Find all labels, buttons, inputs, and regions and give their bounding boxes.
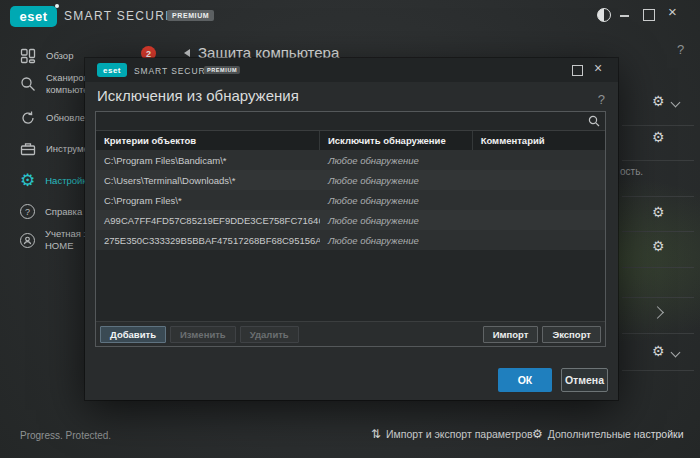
row-divider	[622, 333, 694, 334]
table-row[interactable]: C:\Users\Terminal\Downloads\* Любое обна…	[96, 170, 605, 190]
import-export-label: Импорт и экспорт параметров	[386, 428, 533, 440]
page-help-icon[interactable]: ?	[677, 42, 684, 57]
advanced-gear-icon: ⚙	[532, 428, 543, 440]
dialog-help-icon[interactable]: ?	[598, 92, 605, 107]
theme-toggle-icon[interactable]	[597, 8, 611, 22]
search-icon	[588, 115, 600, 127]
app-window: eset SMART SECURITY PREMIUM × Обзор Скан…	[0, 0, 700, 458]
exclusion-cell: Любое обнаружение	[320, 235, 473, 246]
status-text: Progress. Protected.	[20, 430, 111, 441]
sidebar-item-label: Обзор	[46, 50, 73, 62]
eset-logo: eset	[10, 6, 57, 27]
table-body: C:\Program Files\Bandicam\* Любое обнару…	[96, 150, 605, 250]
chevron-down-icon[interactable]	[671, 348, 681, 358]
dialog-close-button[interactable]: ×	[594, 60, 602, 76]
help-circle-icon: ?	[20, 204, 35, 219]
module-gear-icon[interactable]: ⚙	[652, 130, 665, 144]
exclusion-cell: Любое обнаружение	[320, 215, 473, 226]
column-header-criteria[interactable]: Критерии объектов	[96, 131, 320, 150]
chevron-right-icon[interactable]	[651, 306, 664, 319]
column-header-exclusion[interactable]: Исключить обнаружение	[320, 131, 473, 150]
premium-badge: PREMIUM	[167, 10, 214, 21]
table-row[interactable]: 275E350C333329B5BBAF47517268BF68C95156A6…	[96, 230, 605, 250]
column-header-comment[interactable]: Комментарий	[473, 131, 605, 150]
exclusions-dialog: eset SMART SECURITY PREMIUM × Исключения…	[85, 58, 618, 400]
row-divider	[622, 297, 694, 298]
module-gear-icon[interactable]: ⚙	[652, 205, 665, 219]
row-divider	[622, 125, 694, 126]
back-icon[interactable]	[184, 49, 190, 57]
row-divider	[622, 370, 694, 371]
truncated-text-fragment: ость.	[620, 166, 643, 177]
row-divider	[622, 196, 694, 197]
export-button[interactable]: Экспорт	[542, 326, 601, 343]
exclusion-cell: Любое обнаружение	[320, 175, 473, 186]
import-export-icon: ⇅	[371, 428, 381, 440]
table-toolbar: Добавить Изменить Удалить Импорт Экспорт	[96, 321, 605, 346]
sidebar-item-overview[interactable]: Обзор	[20, 48, 73, 64]
criteria-cell: 275E350C333329B5BBAF47517268BF68C95156A6	[96, 235, 320, 246]
import-button[interactable]: Импорт	[483, 326, 539, 343]
table-header: Критерии объектов Исключить обнаружение …	[96, 131, 605, 150]
cancel-button[interactable]: Отмена	[561, 368, 608, 392]
table-row[interactable]: A99CA7FF4FD57C85219EF9DDE3CE758FC7164631…	[96, 210, 605, 230]
row-divider	[622, 231, 694, 232]
row-divider	[622, 267, 694, 268]
maximize-button[interactable]	[643, 9, 655, 21]
module-gear-icon[interactable]: ⚙	[652, 94, 665, 108]
account-person-icon	[20, 233, 35, 248]
exclusions-panel: Критерии объектов Исключить обнаружение …	[95, 111, 606, 347]
tools-briefcase-icon	[20, 141, 36, 157]
criteria-cell: C:\Users\Terminal\Downloads\*	[96, 175, 320, 186]
eset-logo-text: eset	[19, 9, 47, 24]
update-refresh-icon	[20, 110, 36, 126]
add-button[interactable]: Добавить	[100, 326, 166, 343]
module-gear-icon[interactable]: ⚙	[652, 239, 665, 253]
settings-gear-icon: ⚙	[20, 173, 35, 189]
dialog-title: Исключения из обнаружения	[97, 87, 299, 104]
premium-badge: PREMIUM	[204, 66, 240, 74]
ok-button[interactable]: ОК	[498, 368, 552, 392]
close-button[interactable]: ×	[668, 3, 677, 20]
dialog-titlebar: eset SMART SECURITY PREMIUM ×	[85, 58, 618, 82]
import-export-settings-link[interactable]: ⇅ Импорт и экспорт параметров	[371, 428, 533, 440]
dialog-maximize-button[interactable]	[572, 65, 583, 76]
scan-search-icon	[20, 76, 36, 92]
table-row[interactable]: C:\Program Files\* Любое обнаружение	[96, 190, 605, 210]
eset-logo-dot	[55, 4, 59, 8]
advanced-settings-link[interactable]: ⚙ Дополнительные настройки	[532, 428, 684, 440]
minimize-button[interactable]	[618, 7, 632, 21]
delete-button[interactable]: Удалить	[240, 326, 299, 343]
chevron-down-icon[interactable]	[671, 98, 681, 108]
criteria-cell: C:\Program Files\Bandicam\*	[96, 155, 320, 166]
exclusion-cell: Любое обнаружение	[320, 155, 473, 166]
advanced-label: Дополнительные настройки	[548, 428, 684, 440]
sidebar-item-settings[interactable]: ⚙ Настройки	[20, 173, 92, 189]
table-row[interactable]: C:\Program Files\Bandicam\* Любое обнару…	[96, 150, 605, 170]
row-divider	[622, 160, 694, 161]
eset-logo: eset	[97, 63, 127, 77]
dialog-actions: ОК Отмена	[85, 368, 618, 392]
edit-button[interactable]: Изменить	[170, 326, 236, 343]
overview-icon	[20, 48, 36, 64]
criteria-cell: C:\Program Files\*	[96, 195, 320, 206]
exclusion-cell: Любое обнаружение	[320, 195, 473, 206]
criteria-cell: A99CA7FF4FD57C85219EF9DDE3CE758FC7164631	[96, 215, 320, 226]
eset-logo-text: eset	[103, 66, 121, 75]
search-input[interactable]	[96, 112, 605, 131]
module-gear-icon[interactable]: ⚙	[652, 344, 665, 358]
